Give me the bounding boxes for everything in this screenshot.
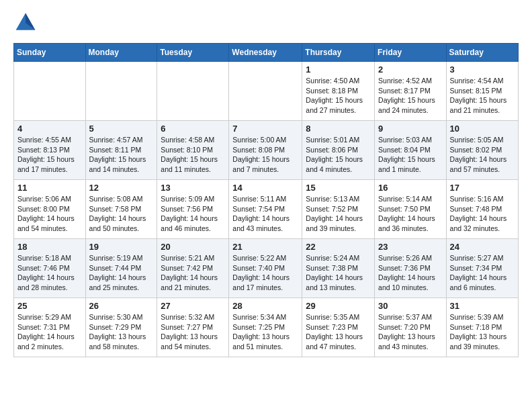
weekday-header-wednesday: Wednesday bbox=[229, 44, 302, 62]
weekday-header-saturday: Saturday bbox=[446, 44, 518, 62]
day-number: 19 bbox=[89, 242, 154, 252]
day-info: Sunrise: 5:29 AM Sunset: 7:31 PM Dayligh… bbox=[17, 312, 82, 352]
calendar-cell: 6Sunrise: 4:58 AM Sunset: 8:10 PM Daylig… bbox=[157, 121, 229, 180]
day-number: 6 bbox=[161, 124, 225, 134]
week-row-3: 11Sunrise: 5:06 AM Sunset: 8:00 PM Dayli… bbox=[14, 180, 519, 239]
day-info: Sunrise: 4:55 AM Sunset: 8:13 PM Dayligh… bbox=[17, 135, 82, 175]
day-info: Sunrise: 5:08 AM Sunset: 7:58 PM Dayligh… bbox=[89, 194, 154, 234]
day-info: Sunrise: 5:37 AM Sunset: 7:20 PM Dayligh… bbox=[378, 312, 443, 352]
calendar-cell: 3Sunrise: 4:54 AM Sunset: 8:15 PM Daylig… bbox=[446, 62, 518, 121]
day-info: Sunrise: 5:24 AM Sunset: 7:38 PM Dayligh… bbox=[306, 253, 371, 293]
day-number: 4 bbox=[17, 124, 82, 134]
calendar-header: SundayMondayTuesdayWednesdayThursdayFrid… bbox=[14, 44, 519, 62]
calendar-cell: 5Sunrise: 4:57 AM Sunset: 8:11 PM Daylig… bbox=[85, 121, 157, 180]
day-number: 5 bbox=[89, 124, 154, 134]
calendar-cell: 9Sunrise: 5:03 AM Sunset: 8:04 PM Daylig… bbox=[375, 121, 447, 180]
day-number: 13 bbox=[161, 183, 225, 193]
calendar-cell: 29Sunrise: 5:35 AM Sunset: 7:23 PM Dayli… bbox=[302, 298, 375, 357]
calendar-cell bbox=[229, 62, 302, 121]
day-info: Sunrise: 5:11 AM Sunset: 7:54 PM Dayligh… bbox=[232, 194, 298, 234]
calendar-cell: 31Sunrise: 5:39 AM Sunset: 7:18 PM Dayli… bbox=[446, 298, 518, 357]
calendar-cell: 27Sunrise: 5:32 AM Sunset: 7:27 PM Dayli… bbox=[157, 298, 229, 357]
week-row-2: 4Sunrise: 4:55 AM Sunset: 8:13 PM Daylig… bbox=[14, 121, 519, 180]
calendar-cell: 13Sunrise: 5:09 AM Sunset: 7:56 PM Dayli… bbox=[157, 180, 229, 239]
calendar-cell: 7Sunrise: 5:00 AM Sunset: 8:08 PM Daylig… bbox=[229, 121, 302, 180]
day-info: Sunrise: 5:19 AM Sunset: 7:44 PM Dayligh… bbox=[89, 253, 154, 293]
day-number: 7 bbox=[232, 124, 298, 134]
weekday-header-thursday: Thursday bbox=[302, 44, 375, 62]
day-info: Sunrise: 5:00 AM Sunset: 8:08 PM Dayligh… bbox=[232, 135, 298, 175]
day-number: 8 bbox=[306, 124, 371, 134]
day-number: 1 bbox=[306, 64, 371, 75]
day-number: 29 bbox=[306, 301, 371, 311]
day-info: Sunrise: 5:03 AM Sunset: 8:04 PM Dayligh… bbox=[378, 135, 443, 175]
day-info: Sunrise: 5:34 AM Sunset: 7:25 PM Dayligh… bbox=[232, 312, 298, 352]
day-number: 26 bbox=[89, 301, 154, 311]
day-info: Sunrise: 5:22 AM Sunset: 7:40 PM Dayligh… bbox=[232, 253, 298, 293]
page: SundayMondayTuesdayWednesdayThursdayFrid… bbox=[0, 0, 532, 368]
day-number: 30 bbox=[378, 301, 443, 311]
day-info: Sunrise: 5:18 AM Sunset: 7:46 PM Dayligh… bbox=[17, 253, 82, 293]
day-info: Sunrise: 4:58 AM Sunset: 8:10 PM Dayligh… bbox=[161, 135, 225, 175]
day-info: Sunrise: 5:27 AM Sunset: 7:34 PM Dayligh… bbox=[450, 253, 515, 293]
day-number: 21 bbox=[232, 242, 298, 252]
day-number: 14 bbox=[232, 183, 298, 193]
day-info: Sunrise: 5:14 AM Sunset: 7:50 PM Dayligh… bbox=[378, 194, 443, 234]
day-number: 12 bbox=[89, 183, 154, 193]
day-number: 2 bbox=[378, 64, 443, 75]
calendar-cell: 15Sunrise: 5:13 AM Sunset: 7:52 PM Dayli… bbox=[302, 180, 375, 239]
calendar-cell: 12Sunrise: 5:08 AM Sunset: 7:58 PM Dayli… bbox=[85, 180, 157, 239]
day-info: Sunrise: 5:39 AM Sunset: 7:18 PM Dayligh… bbox=[450, 312, 515, 352]
calendar-body: 1Sunrise: 4:50 AM Sunset: 8:18 PM Daylig… bbox=[14, 62, 519, 357]
day-info: Sunrise: 5:32 AM Sunset: 7:27 PM Dayligh… bbox=[161, 312, 225, 352]
calendar-cell bbox=[157, 62, 229, 121]
day-number: 20 bbox=[161, 242, 225, 252]
calendar-cell: 10Sunrise: 5:05 AM Sunset: 8:02 PM Dayli… bbox=[446, 121, 518, 180]
day-info: Sunrise: 4:54 AM Sunset: 8:15 PM Dayligh… bbox=[450, 76, 515, 116]
calendar-cell: 20Sunrise: 5:21 AM Sunset: 7:42 PM Dayli… bbox=[157, 239, 229, 298]
calendar-cell: 17Sunrise: 5:16 AM Sunset: 7:48 PM Dayli… bbox=[446, 180, 518, 239]
weekday-header-row: SundayMondayTuesdayWednesdayThursdayFrid… bbox=[14, 44, 519, 62]
calendar-cell: 1Sunrise: 4:50 AM Sunset: 8:18 PM Daylig… bbox=[302, 62, 375, 121]
day-number: 22 bbox=[306, 242, 371, 252]
header bbox=[13, 11, 519, 35]
calendar-cell: 26Sunrise: 5:30 AM Sunset: 7:29 PM Dayli… bbox=[85, 298, 157, 357]
day-number: 11 bbox=[17, 183, 82, 193]
day-number: 27 bbox=[161, 301, 225, 311]
calendar-cell: 21Sunrise: 5:22 AM Sunset: 7:40 PM Dayli… bbox=[229, 239, 302, 298]
day-info: Sunrise: 5:16 AM Sunset: 7:48 PM Dayligh… bbox=[450, 194, 515, 234]
calendar-cell: 18Sunrise: 5:18 AM Sunset: 7:46 PM Dayli… bbox=[14, 239, 86, 298]
day-info: Sunrise: 5:06 AM Sunset: 8:00 PM Dayligh… bbox=[17, 194, 82, 234]
day-number: 25 bbox=[17, 301, 82, 311]
weekday-header-sunday: Sunday bbox=[14, 44, 86, 62]
day-info: Sunrise: 5:30 AM Sunset: 7:29 PM Dayligh… bbox=[89, 312, 154, 352]
calendar-cell: 14Sunrise: 5:11 AM Sunset: 7:54 PM Dayli… bbox=[229, 180, 302, 239]
week-row-5: 25Sunrise: 5:29 AM Sunset: 7:31 PM Dayli… bbox=[14, 298, 519, 357]
day-number: 31 bbox=[450, 301, 515, 311]
calendar-cell: 28Sunrise: 5:34 AM Sunset: 7:25 PM Dayli… bbox=[229, 298, 302, 357]
day-info: Sunrise: 5:35 AM Sunset: 7:23 PM Dayligh… bbox=[306, 312, 371, 352]
day-number: 3 bbox=[450, 64, 515, 75]
day-number: 23 bbox=[378, 242, 443, 252]
calendar-cell: 8Sunrise: 5:01 AM Sunset: 8:06 PM Daylig… bbox=[302, 121, 375, 180]
day-number: 15 bbox=[306, 183, 371, 193]
week-row-4: 18Sunrise: 5:18 AM Sunset: 7:46 PM Dayli… bbox=[14, 239, 519, 298]
logo-icon bbox=[13, 11, 38, 35]
calendar-cell bbox=[14, 62, 86, 121]
day-info: Sunrise: 5:01 AM Sunset: 8:06 PM Dayligh… bbox=[306, 135, 371, 175]
day-number: 24 bbox=[450, 242, 515, 252]
calendar-cell: 19Sunrise: 5:19 AM Sunset: 7:44 PM Dayli… bbox=[85, 239, 157, 298]
calendar-cell bbox=[85, 62, 157, 121]
calendar-cell: 2Sunrise: 4:52 AM Sunset: 8:17 PM Daylig… bbox=[375, 62, 447, 121]
day-info: Sunrise: 5:21 AM Sunset: 7:42 PM Dayligh… bbox=[161, 253, 225, 293]
calendar-cell: 22Sunrise: 5:24 AM Sunset: 7:38 PM Dayli… bbox=[302, 239, 375, 298]
weekday-header-monday: Monday bbox=[85, 44, 157, 62]
day-info: Sunrise: 5:13 AM Sunset: 7:52 PM Dayligh… bbox=[306, 194, 371, 234]
day-info: Sunrise: 5:26 AM Sunset: 7:36 PM Dayligh… bbox=[378, 253, 443, 293]
weekday-header-friday: Friday bbox=[375, 44, 447, 62]
calendar-cell: 11Sunrise: 5:06 AM Sunset: 8:00 PM Dayli… bbox=[14, 180, 86, 239]
calendar-cell: 30Sunrise: 5:37 AM Sunset: 7:20 PM Dayli… bbox=[375, 298, 447, 357]
calendar-cell: 24Sunrise: 5:27 AM Sunset: 7:34 PM Dayli… bbox=[446, 239, 518, 298]
calendar-table: SundayMondayTuesdayWednesdayThursdayFrid… bbox=[13, 43, 519, 357]
day-number: 18 bbox=[17, 242, 82, 252]
